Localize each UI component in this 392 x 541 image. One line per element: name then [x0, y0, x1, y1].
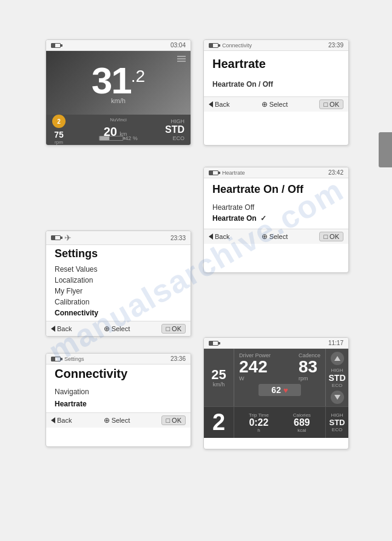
up-arrow-icon [334, 356, 340, 361]
select-button-s3[interactable]: ⊕ Select [104, 324, 130, 333]
ok-button-s2[interactable]: □ OK [319, 99, 343, 109]
screen2-title: Heartrate [212, 57, 340, 71]
navigation-item[interactable]: Navigation [55, 386, 182, 398]
ride-speed-unit: km/h [213, 381, 225, 388]
std-mode-label: STD [329, 373, 346, 383]
back-button-s5[interactable]: Back [51, 417, 72, 424]
screen4-navbar: Back ⊕ Select □ OK [204, 229, 348, 244]
heartrate-menu-screen: Connectivity 23:39 Heartrate Heartrate O… [203, 39, 349, 146]
heartrate-off-item[interactable]: Heartrate Off [212, 202, 340, 213]
select-icon-s4: ⊕ [262, 232, 268, 241]
check-icon: ✓ [260, 214, 266, 223]
heart-rate-value: 62 [271, 385, 281, 395]
gear-badge: 2 [52, 115, 66, 128]
speed-up-button[interactable] [331, 352, 344, 365]
down-arrow-icon [334, 395, 340, 400]
std-label: STD [165, 124, 184, 135]
speed-display: 31 .2 km/h [46, 51, 191, 115]
ride-mode-panel: HIGH STD ECO [329, 368, 346, 388]
calories-stat: Calories 689 kcal [293, 412, 311, 433]
screen4-category: Heartrate [222, 170, 245, 176]
bottom-eco-label: ECO [332, 427, 342, 432]
cadence-val: 83 [299, 358, 320, 375]
speed-left-panel: 2 75 rpm [52, 115, 66, 145]
screen3-topbar: ✈ 23:33 [46, 231, 191, 245]
back-button-s3[interactable]: Back [51, 325, 72, 332]
screen5-title: Connectivity [55, 367, 182, 381]
nuvinci-label: NuVinci [110, 117, 126, 123]
select-label-s5: Select [112, 417, 130, 424]
trip-time-unit: h [257, 428, 260, 433]
select-button-s5[interactable]: ⊕ Select [104, 416, 130, 425]
ride-stats-screen: 11:17 25 km/h Driver Power 242 W Cadence… [203, 337, 349, 449]
battery-icon-s3 [51, 235, 61, 240]
screen1-time: 03:04 [171, 42, 186, 49]
select-icon-s5: ⊕ [104, 416, 110, 425]
gear-number: 2 [212, 409, 225, 435]
screen5-category: Settings [64, 356, 84, 362]
screen2-content: Heartrate Heartrate On / Off [204, 51, 348, 96]
back-label-s2: Back [215, 101, 229, 108]
battery-bar [99, 136, 123, 141]
ok-button-s5[interactable]: □ OK [161, 415, 186, 425]
settings-item-1[interactable]: Localization [55, 275, 182, 286]
screen2-topbar: Connectivity 23:39 [204, 40, 348, 51]
back-arrow-s5 [51, 417, 55, 423]
back-button-s2[interactable]: Back [209, 101, 229, 108]
screen6-topbar: 11:17 [204, 338, 348, 349]
bottom-std-label: STD [329, 418, 345, 427]
driver-power-val: 242 [239, 358, 271, 375]
calories-val: 689 [294, 418, 310, 428]
high-label: HIGH [165, 118, 184, 124]
heartrate-on-item[interactable]: Heartrate On ✓ [212, 213, 340, 224]
bottom-high-label: HIGH [331, 412, 343, 418]
settings-item-3[interactable]: Calibration [55, 297, 182, 307]
back-arrow-s3 [51, 326, 55, 332]
side-tab [379, 132, 392, 167]
ok-button-s3[interactable]: □ OK [161, 324, 186, 334]
trip-time-val: 0:22 [249, 418, 268, 428]
battery-pct: 42 % [125, 135, 138, 141]
trip-time-stat: Trip Time 0:22 h [249, 412, 269, 433]
heartrate-onoff-item[interactable]: Heartrate On / Off [212, 78, 340, 90]
screen5-topbar: Settings 23:36 [46, 354, 191, 365]
back-label-s3: Back [57, 325, 72, 332]
battery-icon-s5 [51, 357, 61, 361]
back-button-s4[interactable]: Back [209, 233, 229, 240]
speed-center-panel: 42 % 20 km [104, 121, 127, 139]
ok-button-s4[interactable]: □ OK [319, 232, 343, 241]
driver-power-unit: W [239, 375, 271, 381]
speed-unit: km/h [111, 97, 126, 104]
speed-bottom-bar: NuVinci 2 75 rpm 42 % 20 km HIGH STD ECO [46, 115, 191, 145]
back-arrow-s2 [209, 101, 213, 107]
select-icon-s3: ⊕ [104, 324, 110, 333]
calories-unit: kcal [297, 428, 306, 433]
settings-title: Settings [55, 247, 182, 260]
cadence-metric: Cadence 83 rpm [299, 352, 320, 381]
settings-item-2[interactable]: My Flyer [55, 286, 182, 297]
select-button-s4[interactable]: ⊕ Select [262, 232, 288, 241]
screen3-time: 23:33 [171, 235, 186, 241]
high-mode-label: HIGH [331, 368, 343, 373]
ride-stats-row: Trip Time 0:22 h Calories 689 kcal [234, 407, 325, 438]
screen4-time: 23:42 [328, 169, 343, 176]
rpm-value: 75 [54, 130, 64, 139]
cadence-unit: rpm [299, 375, 320, 381]
ok-icon-s5: □ [166, 417, 170, 424]
select-button-s2[interactable]: ⊕ Select [262, 100, 288, 109]
rpm-label: rpm [55, 139, 63, 145]
select-label-s4: Select [269, 233, 288, 240]
connectivity-screen: Settings 23:36 Connectivity Navigation H… [46, 353, 191, 447]
heartrate-onoff-screen: Heartrate 23:42 Heartrate On / Off Heart… [203, 167, 349, 273]
settings-item-4[interactable]: Connectivity [55, 307, 182, 318]
screen4-title: Heartrate On / Off [212, 183, 340, 196]
settings-item-0[interactable]: Reset Values [55, 264, 182, 275]
heartrate-item[interactable]: Heartrate [55, 398, 182, 410]
eco-label: ECO [165, 135, 184, 141]
ride-bottom-panel: 2 Trip Time 0:22 h Calories 689 kcal HIG… [204, 406, 348, 438]
ride-right-mode: HIGH STD ECO [325, 407, 348, 438]
ride-metrics-row: Driver Power 242 W Cadence 83 rpm [239, 352, 320, 381]
battery-icon-s2 [209, 43, 218, 48]
ok-label-s4: OK [329, 233, 339, 240]
speed-down-button[interactable] [331, 391, 344, 404]
